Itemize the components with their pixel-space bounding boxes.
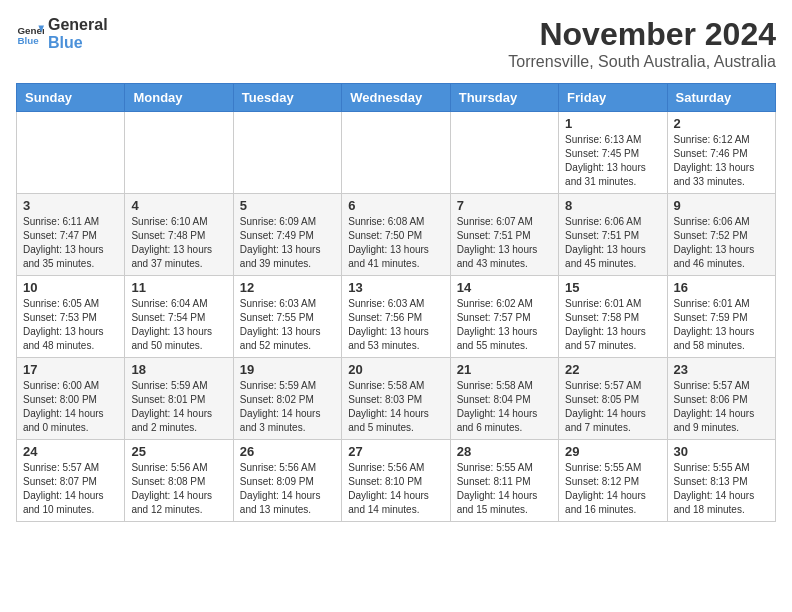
weekday-header-thursday: Thursday (450, 84, 558, 112)
day-info: Sunrise: 5:56 AM Sunset: 8:08 PM Dayligh… (131, 461, 226, 517)
calendar-week-row: 24Sunrise: 5:57 AM Sunset: 8:07 PM Dayli… (17, 440, 776, 522)
calendar-day-cell (450, 112, 558, 194)
calendar-week-row: 17Sunrise: 6:00 AM Sunset: 8:00 PM Dayli… (17, 358, 776, 440)
calendar-day-cell: 21Sunrise: 5:58 AM Sunset: 8:04 PM Dayli… (450, 358, 558, 440)
svg-text:Blue: Blue (17, 34, 39, 45)
day-number: 24 (23, 444, 118, 459)
calendar-day-cell: 30Sunrise: 5:55 AM Sunset: 8:13 PM Dayli… (667, 440, 775, 522)
day-info: Sunrise: 5:55 AM Sunset: 8:11 PM Dayligh… (457, 461, 552, 517)
day-info: Sunrise: 5:55 AM Sunset: 8:12 PM Dayligh… (565, 461, 660, 517)
weekday-header-monday: Monday (125, 84, 233, 112)
day-info: Sunrise: 6:07 AM Sunset: 7:51 PM Dayligh… (457, 215, 552, 271)
day-number: 5 (240, 198, 335, 213)
day-info: Sunrise: 6:09 AM Sunset: 7:49 PM Dayligh… (240, 215, 335, 271)
day-info: Sunrise: 5:56 AM Sunset: 8:10 PM Dayligh… (348, 461, 443, 517)
day-info: Sunrise: 6:04 AM Sunset: 7:54 PM Dayligh… (131, 297, 226, 353)
day-number: 4 (131, 198, 226, 213)
day-number: 1 (565, 116, 660, 131)
calendar-day-cell: 29Sunrise: 5:55 AM Sunset: 8:12 PM Dayli… (559, 440, 667, 522)
day-number: 9 (674, 198, 769, 213)
day-number: 11 (131, 280, 226, 295)
calendar-day-cell: 28Sunrise: 5:55 AM Sunset: 8:11 PM Dayli… (450, 440, 558, 522)
day-info: Sunrise: 5:57 AM Sunset: 8:06 PM Dayligh… (674, 379, 769, 435)
calendar-day-cell: 12Sunrise: 6:03 AM Sunset: 7:55 PM Dayli… (233, 276, 341, 358)
calendar-day-cell: 23Sunrise: 5:57 AM Sunset: 8:06 PM Dayli… (667, 358, 775, 440)
day-number: 18 (131, 362, 226, 377)
day-info: Sunrise: 5:59 AM Sunset: 8:02 PM Dayligh… (240, 379, 335, 435)
calendar-day-cell (233, 112, 341, 194)
day-info: Sunrise: 5:56 AM Sunset: 8:09 PM Dayligh… (240, 461, 335, 517)
day-number: 17 (23, 362, 118, 377)
day-number: 30 (674, 444, 769, 459)
calendar-day-cell: 16Sunrise: 6:01 AM Sunset: 7:59 PM Dayli… (667, 276, 775, 358)
day-info: Sunrise: 5:57 AM Sunset: 8:07 PM Dayligh… (23, 461, 118, 517)
day-number: 27 (348, 444, 443, 459)
day-info: Sunrise: 5:59 AM Sunset: 8:01 PM Dayligh… (131, 379, 226, 435)
calendar-week-row: 10Sunrise: 6:05 AM Sunset: 7:53 PM Dayli… (17, 276, 776, 358)
calendar-day-cell (17, 112, 125, 194)
day-number: 22 (565, 362, 660, 377)
calendar-day-cell: 17Sunrise: 6:00 AM Sunset: 8:00 PM Dayli… (17, 358, 125, 440)
day-number: 23 (674, 362, 769, 377)
day-info: Sunrise: 6:06 AM Sunset: 7:52 PM Dayligh… (674, 215, 769, 271)
calendar-day-cell (342, 112, 450, 194)
calendar-day-cell: 3Sunrise: 6:11 AM Sunset: 7:47 PM Daylig… (17, 194, 125, 276)
day-number: 25 (131, 444, 226, 459)
day-info: Sunrise: 6:08 AM Sunset: 7:50 PM Dayligh… (348, 215, 443, 271)
calendar-day-cell: 6Sunrise: 6:08 AM Sunset: 7:50 PM Daylig… (342, 194, 450, 276)
weekday-header-tuesday: Tuesday (233, 84, 341, 112)
day-info: Sunrise: 5:55 AM Sunset: 8:13 PM Dayligh… (674, 461, 769, 517)
day-info: Sunrise: 6:01 AM Sunset: 7:58 PM Dayligh… (565, 297, 660, 353)
day-number: 6 (348, 198, 443, 213)
day-info: Sunrise: 6:02 AM Sunset: 7:57 PM Dayligh… (457, 297, 552, 353)
day-info: Sunrise: 6:03 AM Sunset: 7:55 PM Dayligh… (240, 297, 335, 353)
day-info: Sunrise: 6:12 AM Sunset: 7:46 PM Dayligh… (674, 133, 769, 189)
day-number: 2 (674, 116, 769, 131)
day-info: Sunrise: 6:10 AM Sunset: 7:48 PM Dayligh… (131, 215, 226, 271)
day-info: Sunrise: 6:13 AM Sunset: 7:45 PM Dayligh… (565, 133, 660, 189)
day-number: 3 (23, 198, 118, 213)
day-number: 13 (348, 280, 443, 295)
day-number: 14 (457, 280, 552, 295)
calendar-day-cell: 25Sunrise: 5:56 AM Sunset: 8:08 PM Dayli… (125, 440, 233, 522)
calendar-day-cell: 2Sunrise: 6:12 AM Sunset: 7:46 PM Daylig… (667, 112, 775, 194)
day-number: 10 (23, 280, 118, 295)
calendar-day-cell: 24Sunrise: 5:57 AM Sunset: 8:07 PM Dayli… (17, 440, 125, 522)
day-info: Sunrise: 6:11 AM Sunset: 7:47 PM Dayligh… (23, 215, 118, 271)
weekday-header-wednesday: Wednesday (342, 84, 450, 112)
day-number: 21 (457, 362, 552, 377)
calendar-day-cell: 20Sunrise: 5:58 AM Sunset: 8:03 PM Dayli… (342, 358, 450, 440)
day-number: 19 (240, 362, 335, 377)
day-number: 7 (457, 198, 552, 213)
day-info: Sunrise: 6:01 AM Sunset: 7:59 PM Dayligh… (674, 297, 769, 353)
calendar-day-cell: 27Sunrise: 5:56 AM Sunset: 8:10 PM Dayli… (342, 440, 450, 522)
day-info: Sunrise: 6:03 AM Sunset: 7:56 PM Dayligh… (348, 297, 443, 353)
day-info: Sunrise: 6:05 AM Sunset: 7:53 PM Dayligh… (23, 297, 118, 353)
calendar-day-cell: 7Sunrise: 6:07 AM Sunset: 7:51 PM Daylig… (450, 194, 558, 276)
calendar-day-cell: 26Sunrise: 5:56 AM Sunset: 8:09 PM Dayli… (233, 440, 341, 522)
day-info: Sunrise: 6:06 AM Sunset: 7:51 PM Dayligh… (565, 215, 660, 271)
calendar-day-cell: 9Sunrise: 6:06 AM Sunset: 7:52 PM Daylig… (667, 194, 775, 276)
calendar-day-cell (125, 112, 233, 194)
calendar-day-cell: 1Sunrise: 6:13 AM Sunset: 7:45 PM Daylig… (559, 112, 667, 194)
logo-general-text: General (48, 16, 108, 34)
day-number: 28 (457, 444, 552, 459)
calendar-day-cell: 15Sunrise: 6:01 AM Sunset: 7:58 PM Dayli… (559, 276, 667, 358)
weekday-header-row: SundayMondayTuesdayWednesdayThursdayFrid… (17, 84, 776, 112)
day-number: 12 (240, 280, 335, 295)
day-number: 26 (240, 444, 335, 459)
month-title: November 2024 (508, 16, 776, 53)
weekday-header-sunday: Sunday (17, 84, 125, 112)
calendar-week-row: 3Sunrise: 6:11 AM Sunset: 7:47 PM Daylig… (17, 194, 776, 276)
day-number: 15 (565, 280, 660, 295)
day-info: Sunrise: 5:58 AM Sunset: 8:03 PM Dayligh… (348, 379, 443, 435)
day-number: 8 (565, 198, 660, 213)
calendar-day-cell: 8Sunrise: 6:06 AM Sunset: 7:51 PM Daylig… (559, 194, 667, 276)
calendar-day-cell: 22Sunrise: 5:57 AM Sunset: 8:05 PM Dayli… (559, 358, 667, 440)
calendar-day-cell: 18Sunrise: 5:59 AM Sunset: 8:01 PM Dayli… (125, 358, 233, 440)
logo-icon: General Blue (16, 20, 44, 48)
day-info: Sunrise: 5:58 AM Sunset: 8:04 PM Dayligh… (457, 379, 552, 435)
calendar-day-cell: 19Sunrise: 5:59 AM Sunset: 8:02 PM Dayli… (233, 358, 341, 440)
logo: General Blue General Blue (16, 16, 108, 51)
title-block: November 2024 Torrensville, South Austra… (508, 16, 776, 71)
